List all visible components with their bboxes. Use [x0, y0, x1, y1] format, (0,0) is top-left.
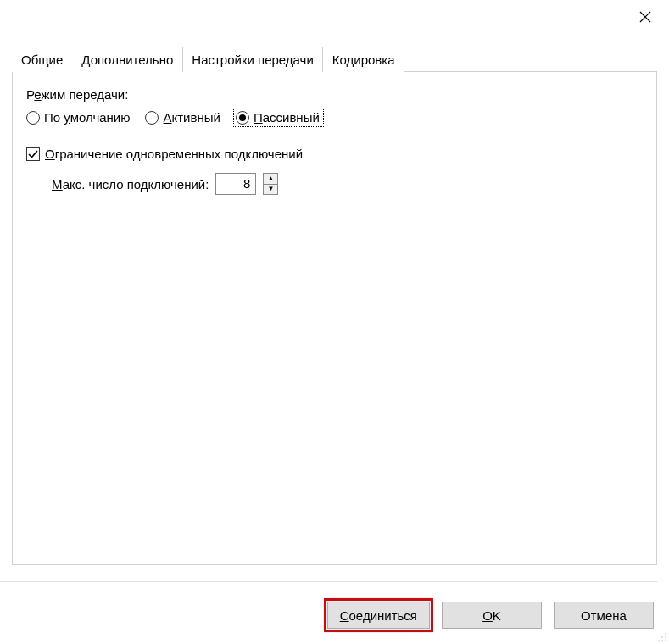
- spinner-down-button[interactable]: ▼: [264, 185, 277, 195]
- radio-icon: [236, 111, 249, 125]
- titlebar: [0, 0, 669, 34]
- max-connections-input[interactable]: 8: [215, 173, 256, 195]
- tab-advanced[interactable]: Дополнительно: [72, 47, 182, 72]
- transfer-mode-radio-group: По умолчанию Активный Пассивный: [26, 110, 643, 125]
- max-connections-row: Макс. число подключений: 8 ▲ ▼: [52, 173, 643, 195]
- max-connections-label: Макс. число подключений:: [52, 177, 209, 192]
- radio-icon: [145, 111, 159, 125]
- radio-default[interactable]: По умолчанию: [26, 110, 130, 125]
- radio-active-label: Активный: [163, 110, 220, 125]
- button-separator: [0, 581, 657, 582]
- cancel-button[interactable]: Отмена: [554, 602, 654, 629]
- spinner-up-button[interactable]: ▲: [264, 174, 277, 185]
- close-icon: [639, 11, 651, 23]
- svg-point-7: [665, 640, 666, 641]
- svg-point-5: [658, 640, 660, 641]
- dialog-button-bar: Соединиться OK Отмена: [327, 602, 654, 629]
- tabs-bar: Общие Дополнительно Настройки передачи К…: [12, 46, 657, 72]
- max-connections-spinner: ▲ ▼: [263, 173, 278, 195]
- close-button[interactable]: [628, 3, 662, 31]
- tab-general[interactable]: Общие: [12, 47, 72, 72]
- transfer-settings-panel: Режим передачи: По умолчанию Активный Па…: [12, 72, 657, 565]
- svg-point-4: [665, 636, 666, 638]
- radio-passive-label: Пассивный: [254, 110, 320, 125]
- limit-connections-checkbox[interactable]: Ограничение одновременных подключений: [26, 147, 643, 161]
- radio-icon: [26, 111, 40, 125]
- svg-point-2: [665, 633, 666, 635]
- ok-button[interactable]: OK: [442, 602, 542, 629]
- radio-active[interactable]: Активный: [145, 110, 220, 125]
- radio-passive[interactable]: Пассивный: [235, 109, 322, 125]
- resize-grip-icon[interactable]: [655, 630, 667, 642]
- checkbox-icon: [26, 147, 40, 161]
- svg-point-3: [661, 636, 663, 638]
- tab-transfer-settings[interactable]: Настройки передачи: [182, 47, 323, 72]
- tab-encoding[interactable]: Кодировка: [323, 47, 404, 72]
- radio-default-label: По умолчанию: [44, 110, 130, 125]
- limit-connections-label: Ограничение одновременных подключений: [45, 147, 303, 161]
- transfer-mode-label: Режим передачи:: [26, 87, 643, 102]
- connect-button[interactable]: Соединиться: [327, 602, 430, 629]
- svg-point-6: [661, 640, 663, 641]
